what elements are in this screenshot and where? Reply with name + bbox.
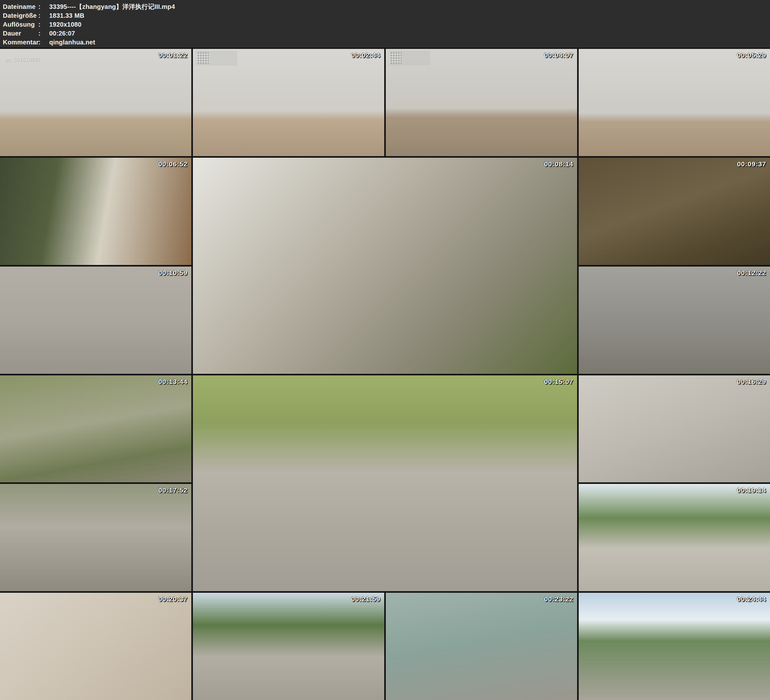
timestamp-overlay: 00:16:29 — [737, 378, 766, 386]
file-info-row: Kommentar : qinglanhua.net — [3, 38, 770, 47]
timestamp-overlay: 00:17:52 — [158, 486, 188, 494]
video-thumbnail: 00:02:44 — [193, 49, 384, 156]
video-thumbnail: 00:20:37 — [0, 593, 191, 700]
separator: : — [39, 20, 49, 29]
qr-watermark — [388, 51, 430, 65]
file-info-row: Dateigröße : 1831.33 MB — [3, 11, 770, 20]
duration-label: Dauer — [3, 29, 39, 38]
timestamp-overlay: 00:23:22 — [544, 595, 573, 603]
video-thumbnail: 00:10:59 — [0, 267, 191, 374]
timestamp-overlay: 00:21:59 — [351, 595, 380, 603]
video-thumbnail: 00:15:07 — [193, 375, 577, 591]
qq-watermark: qq: 561519991 — [5, 57, 40, 63]
separator: : — [39, 11, 49, 20]
file-info-row: Auflösung : 1920x1080 — [3, 20, 770, 29]
video-thumbnail: 00:12:22 — [579, 267, 770, 374]
timestamp-overlay: 00:24:44 — [737, 595, 766, 603]
duration-value: 00:26:07 — [49, 29, 770, 38]
separator: : — [39, 38, 49, 47]
separator: : — [39, 29, 49, 38]
thumbnail-grid: qq: 56151999100:01:2200:02:4400:04:0700:… — [0, 49, 770, 700]
timestamp-overlay: 00:01:22 — [158, 52, 188, 59]
timestamp-overlay: 00:15:07 — [544, 378, 573, 386]
timestamp-overlay: 00:04:07 — [544, 52, 573, 59]
video-thumbnail: qq: 56151999100:01:22 — [0, 49, 191, 156]
video-thumbnail: 00:05:29 — [579, 49, 770, 156]
resolution-label: Auflösung — [3, 20, 39, 29]
video-thumbnail: 00:23:22 — [386, 593, 577, 700]
video-thumbnail: 00:08:14 — [193, 158, 577, 374]
timestamp-overlay: 00:08:14 — [544, 160, 573, 168]
filesize-label: Dateigröße — [3, 11, 39, 20]
video-thumbnail: 00:21:59 — [193, 593, 384, 700]
qr-watermark — [196, 51, 237, 65]
video-thumbnail: 00:04:07 — [386, 49, 577, 156]
timestamp-overlay: 00:10:59 — [158, 269, 188, 277]
timestamp-overlay: 00:12:22 — [737, 269, 766, 277]
file-info-row: Dateiname : 33395----【zhangyang】洋洋执行记III… — [3, 2, 770, 11]
timestamp-overlay: 00:02:44 — [351, 52, 380, 59]
video-thumbnail: 00:06:52 — [0, 158, 191, 265]
filename-value: 33395----【zhangyang】洋洋执行记III.mp4 — [49, 2, 770, 11]
video-thumbnail: 00:19:14 — [579, 484, 770, 591]
video-thumbnail: 00:13:44 — [0, 375, 191, 483]
file-info-row: Dauer : 00:26:07 — [3, 29, 770, 38]
timestamp-overlay: 00:09:37 — [737, 160, 766, 168]
video-thumbnail: 00:24:44 — [579, 593, 770, 700]
timestamp-overlay: 00:19:14 — [737, 486, 766, 494]
video-thumbnail: 00:17:52 — [0, 484, 191, 591]
timestamp-overlay: 00:06:52 — [158, 160, 188, 168]
separator: : — [39, 2, 49, 11]
comment-label: Kommentar — [3, 38, 39, 47]
timestamp-overlay: 00:13:44 — [158, 378, 188, 386]
filesize-value: 1831.33 MB — [49, 11, 770, 20]
timestamp-overlay: 00:05:29 — [737, 52, 766, 59]
comment-value: qinglanhua.net — [49, 38, 770, 47]
resolution-value: 1920x1080 — [49, 20, 770, 29]
video-thumbnail: 00:16:29 — [579, 375, 770, 483]
timestamp-overlay: 00:20:37 — [158, 595, 188, 603]
file-info-header: Dateiname : 33395----【zhangyang】洋洋执行记III… — [0, 0, 770, 48]
filename-label: Dateiname — [3, 2, 39, 11]
video-thumbnail: 00:09:37 — [579, 158, 770, 265]
